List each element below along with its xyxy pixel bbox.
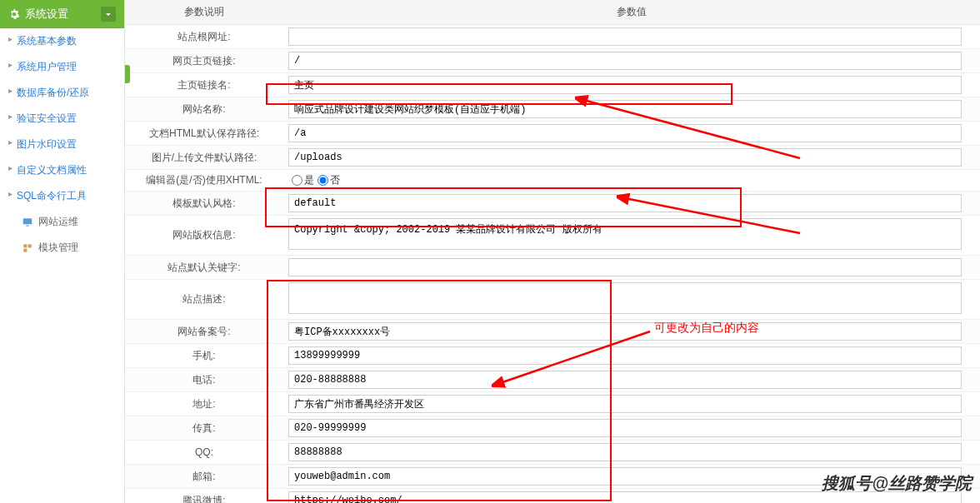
radio-group: 是 否 (288, 173, 975, 187)
param-value-cell (283, 122, 980, 146)
sidebar-section-label: 模块管理 (38, 241, 78, 255)
table-row: 模板默认风格: (125, 192, 980, 216)
param-value-cell (283, 441, 980, 465)
param-input[interactable] (288, 419, 962, 437)
param-input[interactable] (288, 124, 962, 142)
sidebar-section-module-mgmt[interactable]: 模块管理 (0, 235, 124, 261)
param-input[interactable] (288, 194, 962, 212)
module-icon (22, 242, 33, 254)
sidebar-item-4[interactable]: 图片水印设置 (0, 132, 124, 157)
param-input[interactable] (288, 258, 962, 276)
table-row: 网站版权信息: (125, 216, 980, 256)
table-row: QQ: (125, 441, 980, 465)
param-input[interactable] (288, 76, 962, 94)
param-label: 网站备案号: (125, 320, 283, 344)
param-input[interactable] (288, 395, 962, 413)
param-label: QQ: (125, 441, 283, 465)
param-value-cell (283, 320, 980, 344)
main-content: 参数说明 参数值 站点根网址:网页主页链接:主页链接名:网站名称:文档HTML默… (125, 0, 980, 503)
param-label: 网页主页链接: (125, 49, 283, 73)
table-row: 传真: (125, 416, 980, 441)
column-header-param: 参数说明 (125, 0, 283, 25)
param-input[interactable] (288, 346, 962, 365)
sidebar-header-label: 系统设置 (25, 7, 68, 22)
param-label: 编辑器(是/否)使用XHTML: (125, 170, 283, 192)
sidebar-section-label: 网站运维 (38, 215, 78, 229)
param-value-cell (283, 392, 980, 416)
param-label: 手机: (125, 344, 283, 368)
param-label: 邮箱: (125, 465, 283, 489)
param-label: 站点根网址: (125, 25, 283, 49)
svg-rect-0 (23, 218, 32, 224)
param-label: 图片/上传文件默认路径: (125, 146, 283, 170)
table-row: 网站名称: (125, 97, 980, 122)
watermark: 搜狐号@丝路赞学院 (822, 472, 972, 495)
param-value-cell: 是 否 (283, 170, 980, 192)
svg-rect-4 (23, 248, 27, 252)
table-row: 站点默认关键字: (125, 256, 980, 280)
sidebar-section-website-ops[interactable]: 网站运维 (0, 209, 124, 235)
table-row: 文档HTML默认保存路径: (125, 122, 980, 146)
sidebar-item-3[interactable]: 验证安全设置 (0, 106, 124, 132)
param-value-cell (283, 416, 980, 441)
gear-icon (8, 8, 20, 20)
collapse-icon[interactable] (101, 7, 116, 22)
param-label: 电话: (125, 368, 283, 392)
sidebar: 系统设置 系统基本参数系统用户管理数据库备份/还原验证安全设置图片水印设置自定义… (0, 0, 125, 503)
table-row: 地址: (125, 392, 980, 416)
param-value-cell (283, 368, 980, 392)
sidebar-item-1[interactable]: 系统用户管理 (0, 54, 124, 80)
svg-rect-2 (23, 244, 27, 247)
table-row: 电话: (125, 368, 980, 392)
param-input[interactable] (288, 443, 962, 461)
param-label: 模板默认风格: (125, 192, 283, 216)
param-label: 传真: (125, 416, 283, 441)
annotation-editable-content: 可更改为自己的内容 (654, 321, 759, 336)
table-row: 站点描述: (125, 280, 980, 320)
svg-rect-1 (26, 225, 29, 226)
table-row: 站点根网址: (125, 25, 980, 49)
param-value-cell (283, 344, 980, 368)
param-input[interactable] (288, 52, 962, 70)
param-label: 文档HTML默认保存路径: (125, 122, 283, 146)
param-value-cell (283, 25, 980, 49)
radio-yes[interactable]: 是 (292, 173, 314, 187)
param-value-cell (283, 73, 980, 97)
table-row: 主页链接名: (125, 73, 980, 97)
table-row: 图片/上传文件默认路径: (125, 146, 980, 170)
param-input[interactable] (288, 27, 962, 46)
table-row: 网站备案号: (125, 320, 980, 344)
param-textarea[interactable] (288, 218, 962, 250)
param-label: 主页链接名: (125, 73, 283, 97)
param-label: 网站版权信息: (125, 216, 283, 256)
param-value-cell (283, 146, 980, 170)
sidebar-item-2[interactable]: 数据库备份/还原 (0, 80, 124, 106)
radio-no[interactable]: 否 (318, 173, 340, 187)
param-input[interactable] (288, 100, 962, 118)
param-label: 网站名称: (125, 97, 283, 122)
sidebar-header-system-settings[interactable]: 系统设置 (0, 0, 124, 28)
active-tab-indicator (125, 65, 130, 83)
table-row: 手机: (125, 344, 980, 368)
param-value-cell (283, 192, 980, 216)
param-value-cell (283, 280, 980, 320)
param-label: 站点默认关键字: (125, 256, 283, 280)
monitor-icon (22, 217, 33, 228)
param-input[interactable] (288, 322, 962, 341)
param-value-cell (283, 256, 980, 280)
param-input[interactable] (288, 371, 962, 389)
sidebar-item-6[interactable]: SQL命令行工具 (0, 183, 124, 209)
param-value-cell (283, 49, 980, 73)
param-label: 站点描述: (125, 280, 283, 320)
table-row: 网页主页链接: (125, 49, 980, 73)
param-label: 腾讯微博: (125, 489, 283, 504)
param-input[interactable] (288, 148, 962, 167)
param-label: 地址: (125, 392, 283, 416)
param-value-cell (283, 97, 980, 122)
sidebar-item-0[interactable]: 系统基本参数 (0, 28, 124, 54)
param-textarea[interactable] (288, 282, 962, 314)
svg-rect-3 (28, 244, 32, 247)
param-value-cell (283, 216, 980, 256)
sidebar-item-5[interactable]: 自定义文档属性 (0, 157, 124, 183)
column-header-value: 参数值 (283, 0, 980, 25)
